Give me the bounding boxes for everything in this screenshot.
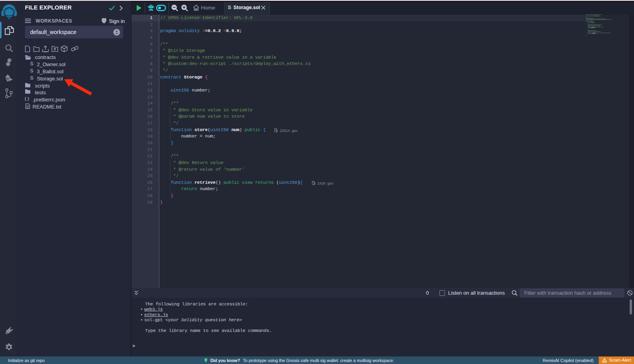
svg-text:S: S <box>30 68 33 73</box>
svg-text:S: S <box>30 61 33 66</box>
svg-text:S: S <box>30 75 33 80</box>
